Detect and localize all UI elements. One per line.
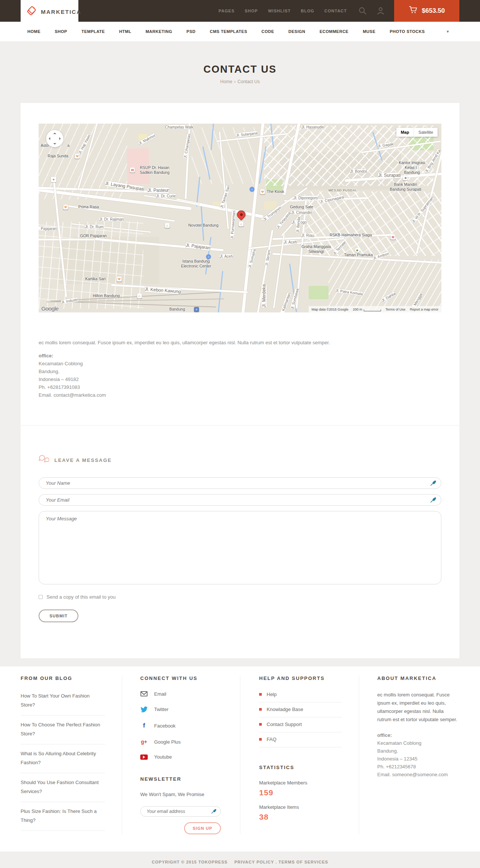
site-logo[interactable]: MARKETICA xyxy=(21,0,78,23)
footer-about-column: ABOUT MARKETICA ec mollis lorem consequa… xyxy=(359,675,459,834)
utility-nav-pages[interactable]: PAGES xyxy=(219,9,235,13)
social-link-facebook[interactable]: f Facebook xyxy=(140,722,240,729)
utility-nav-wishlist[interactable]: WISHLIST xyxy=(268,9,291,13)
leave-message-section: LEAVE A MESSAGE Send a copy of xyxy=(39,426,441,622)
leave-message-heading: LEAVE A MESSAGE xyxy=(54,457,112,463)
map-attribution: Map data ©2015 Google 200 m Terms of Use… xyxy=(309,306,441,312)
map-label: Jl. Hasanudin xyxy=(302,125,324,129)
nav-item-shop[interactable]: SHOP xyxy=(55,29,67,34)
name-input[interactable] xyxy=(39,477,441,489)
social-link-youtube[interactable]: Youtube xyxy=(140,754,240,760)
send-copy-label: Send a copy of this email to you xyxy=(46,594,116,600)
footer-help-column: HELP AND SUPPORTS Help Knowladge Base Co… xyxy=(240,675,359,834)
office-label: office: xyxy=(39,353,53,359)
map-label: The Kiosk xyxy=(267,189,284,194)
map-type-map-button[interactable]: Map xyxy=(396,128,414,137)
nav-item-ecommerce[interactable]: ECOMMERCE xyxy=(320,29,348,34)
newsletter-email-input[interactable] xyxy=(140,806,221,817)
about-text: ec mollis lorem consequat. Fusce ipsum e… xyxy=(377,691,458,724)
page-footer: FROM OUR BLOG How To Start Your Own Fash… xyxy=(0,666,480,852)
chevron-down-icon[interactable]: ▾ xyxy=(447,29,449,34)
social-link-google-plus[interactable]: g+ Google Plus xyxy=(140,739,240,745)
nav-item-home[interactable]: HOME xyxy=(27,29,40,34)
help-link[interactable]: Help xyxy=(259,691,342,702)
pan-up-arrow[interactable] xyxy=(53,133,56,134)
newsletter-heading: NEWSLETTER xyxy=(140,776,240,782)
email-input[interactable] xyxy=(39,494,441,506)
scale-bar xyxy=(364,309,381,311)
blog-link[interactable]: What is So Alluring About Celebrity Fash… xyxy=(21,744,105,773)
breadcrumb-home[interactable]: Home xyxy=(220,79,232,84)
members-count: 159 xyxy=(259,788,359,797)
map-label: Jl. Kalimantan xyxy=(279,292,291,312)
google-map[interactable]: Champelas WalkJl. HasanudinJl. Sulanjana… xyxy=(39,124,441,312)
message-textarea[interactable] xyxy=(39,511,441,584)
nav-item-html[interactable]: HTML xyxy=(119,29,132,34)
intro-text: ec mollis lorem consequat. Fusce ipsum e… xyxy=(39,339,441,347)
nav-item-photo-stocks[interactable]: PHOTO STOCKS xyxy=(390,29,425,34)
pan-down-arrow[interactable] xyxy=(53,143,56,145)
office-line: Bandung. xyxy=(377,748,398,754)
pan-right-arrow[interactable] xyxy=(59,137,61,140)
social-link-email[interactable]: Email xyxy=(140,691,240,697)
utility-nav-shop[interactable]: SHOP xyxy=(245,9,258,13)
about-heading: ABOUT MARKETICA xyxy=(377,675,459,681)
account-icon[interactable] xyxy=(376,6,385,15)
footer-legal-links[interactable]: PRIVACY POLICY . TERMS OF SERVICES xyxy=(234,860,328,864)
map-label: Jl. Pajajaran xyxy=(186,242,211,251)
nav-item-template[interactable]: TEMPLATE xyxy=(81,29,105,34)
youtube-icon xyxy=(140,754,148,760)
map-pan-control[interactable] xyxy=(46,130,63,147)
email-icon xyxy=(140,691,148,697)
blog-link[interactable]: Should You Use Fashion Consultant Servic… xyxy=(21,773,105,802)
copyright-text: COPYRIGHT © 2015 TOKOPRESS xyxy=(152,860,228,864)
nav-item-marketing[interactable]: MARKETING xyxy=(146,29,172,34)
map-label: Kartika Sari xyxy=(85,276,105,281)
office-line: Kecamatan Coblong xyxy=(39,361,83,366)
breadcrumb-current: Contact Us xyxy=(237,79,260,84)
nav-item-psd[interactable]: PSD xyxy=(186,29,195,34)
items-label: Marketplace Items xyxy=(259,804,359,810)
nav-item-muse[interactable]: MUSE xyxy=(363,29,375,34)
map-label: Jl. Merdeka xyxy=(261,284,267,308)
help-link[interactable]: FAQ xyxy=(259,732,342,747)
signup-button[interactable]: SIGN UP xyxy=(184,822,221,834)
send-copy-checkbox[interactable] xyxy=(39,595,43,599)
blog-link[interactable]: How To Start Your Own Fashion Store? xyxy=(21,691,105,716)
pan-left-arrow[interactable] xyxy=(49,137,50,140)
search-icon[interactable] xyxy=(358,6,367,15)
blog-link[interactable]: Plus Size Fashion: Is There Such a Thing… xyxy=(21,802,105,831)
blog-heading: FROM OUR BLOG xyxy=(21,675,122,681)
shop-icon: ▪ xyxy=(250,187,255,192)
office-line: Indonesia – 12345 xyxy=(377,756,417,762)
breadcrumb: Home›Contact Us xyxy=(0,79,480,84)
train-icon: ≡ xyxy=(194,307,199,312)
google-plus-icon: g+ xyxy=(140,739,148,745)
nav-item-code[interactable]: CODE xyxy=(261,29,274,34)
map-label: Jl. Dr. Curie xyxy=(156,194,176,198)
map-label: Jl. Bondol xyxy=(350,169,367,173)
blog-link[interactable]: How To Choose The Perfect Fashion Store? xyxy=(21,716,105,744)
map-label: Asto xyxy=(41,143,49,148)
zoom-in-button[interactable]: + xyxy=(51,177,56,182)
utility-nav-contact[interactable]: CONTACT xyxy=(324,9,347,13)
office-line: Ph. +6212345678 xyxy=(377,764,416,769)
utility-nav-blog[interactable]: BLOG xyxy=(301,9,314,13)
help-link[interactable]: Knowladge Base xyxy=(259,702,342,717)
about-office-address: office: Kecamatan Coblong Bandung. Indon… xyxy=(377,731,459,778)
social-link-twitter[interactable]: Twitter xyxy=(140,706,240,713)
nav-item-design[interactable]: DESIGN xyxy=(288,29,305,34)
help-link[interactable]: Contact Support xyxy=(259,717,342,732)
map-type-satellite-button[interactable]: Satellite xyxy=(414,128,438,137)
cart-button[interactable]: $653.50 xyxy=(394,0,459,22)
nav-item-cms-templates[interactable]: CMS TEMPLATES xyxy=(210,29,247,34)
terms-of-use-link[interactable]: Terms of Use xyxy=(386,308,405,311)
office-address: office: Kecamatan Coblong Bandung. Indon… xyxy=(39,352,441,399)
hotel-icon: ⌂ xyxy=(239,222,244,227)
restaurant-icon: Ψ xyxy=(63,205,68,209)
report-map-error-link[interactable]: Report a map error xyxy=(410,308,438,311)
cart-icon xyxy=(409,6,418,16)
submit-button[interactable]: SUBMIT xyxy=(39,610,78,622)
office-line: Bandung. xyxy=(39,369,60,374)
map-label: Bandung xyxy=(169,307,185,312)
